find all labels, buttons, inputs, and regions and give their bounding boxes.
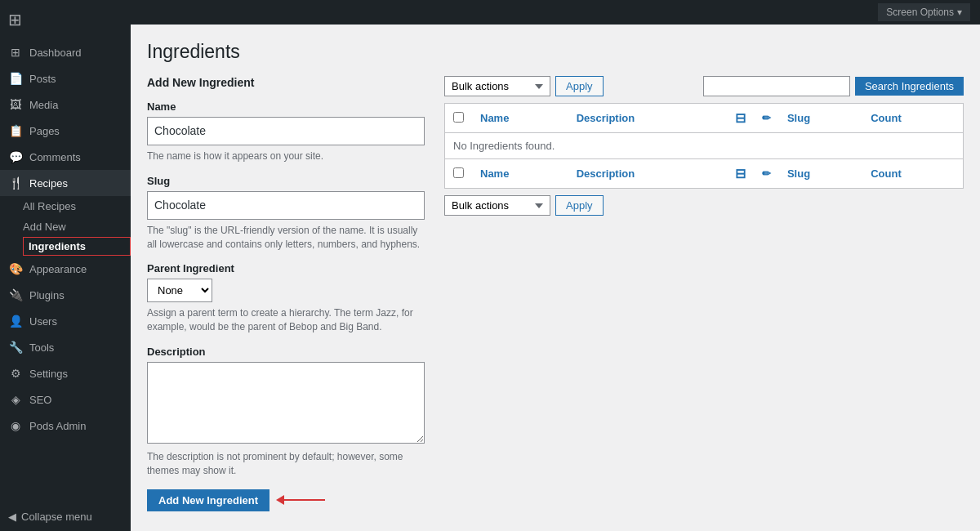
tf-count[interactable]: Count bbox=[862, 159, 963, 189]
sidebar-item-tools[interactable]: 🔧 Tools bbox=[0, 334, 131, 360]
tf-pen: ✏ bbox=[754, 159, 779, 189]
search-ingredients-input[interactable] bbox=[703, 76, 850, 96]
apply-button-top[interactable]: Apply bbox=[555, 76, 604, 96]
sidebar-item-dashboard[interactable]: ⊞ Dashboard bbox=[0, 39, 131, 65]
parent-label: Parent Ingredient bbox=[147, 262, 425, 274]
th-name[interactable]: Name bbox=[472, 104, 568, 133]
users-icon: 👤 bbox=[8, 315, 23, 328]
table-top-toolbar: Bulk actions Apply Search Ingredients bbox=[444, 76, 964, 96]
add-new-ingredient-button[interactable]: Add New Ingredient bbox=[147, 489, 270, 511]
slug-hint: The "slug" is the URL-friendly version o… bbox=[147, 224, 425, 252]
arrow-line bbox=[284, 499, 325, 501]
submit-area: Add New Ingredient bbox=[147, 489, 425, 511]
page-title: Ingredients bbox=[147, 41, 964, 63]
no-results-row: No Ingredients found. bbox=[445, 133, 964, 159]
tf-name-label: Name bbox=[480, 167, 509, 180]
page-content: Ingredients Add New Ingredient Name The … bbox=[131, 25, 980, 531]
bulk-actions-select-bottom[interactable]: Bulk actions bbox=[444, 195, 550, 216]
chevron-down-icon: ▾ bbox=[957, 7, 962, 18]
form-section-title: Add New Ingredient bbox=[147, 76, 425, 89]
recipes-icon: 🍴 bbox=[8, 176, 23, 190]
sidebar-item-label: Appearance bbox=[29, 263, 87, 275]
sidebar: ⊞ ⊞ Dashboard 📄 Posts 🖼 Media 📋 Pages 💬 … bbox=[0, 0, 131, 531]
screen-options-label: Screen Options bbox=[886, 7, 954, 18]
screen-options-button[interactable]: Screen Options ▾ bbox=[878, 3, 970, 21]
name-input[interactable] bbox=[147, 117, 425, 145]
sidebar-item-posts[interactable]: 📄 Posts bbox=[0, 65, 131, 91]
select-all-checkbox-top[interactable] bbox=[453, 112, 464, 123]
sidebar-item-label: Dashboard bbox=[29, 47, 82, 59]
table-panel: Bulk actions Apply Search Ingredients bbox=[444, 76, 964, 216]
sidebar-item-label: SEO bbox=[29, 394, 51, 406]
sidebar-item-label: Media bbox=[29, 99, 58, 111]
top-bulk-area: Bulk actions Apply bbox=[444, 76, 604, 96]
sidebar-item-label: Posts bbox=[29, 73, 56, 85]
th-pen: ✏ bbox=[754, 104, 779, 133]
collapse-menu-button[interactable]: ◀ Collapse menu bbox=[0, 502, 131, 531]
description-field-group: Description The description is not promi… bbox=[147, 346, 425, 478]
description-textarea[interactable] bbox=[147, 362, 425, 444]
parent-select[interactable]: None bbox=[147, 279, 212, 302]
pages-icon: 📋 bbox=[8, 124, 23, 137]
tools-icon: 🔧 bbox=[8, 341, 23, 354]
tf-slug-label: Slug bbox=[787, 167, 810, 180]
wp-logo-icon: ⊞ bbox=[8, 10, 22, 29]
sidebar-item-media[interactable]: 🖼 Media bbox=[0, 91, 131, 118]
topbar: Screen Options ▾ bbox=[131, 0, 980, 25]
tfoot-pen-icon: ✏ bbox=[762, 167, 771, 180]
sidebar-brand: ⊞ bbox=[0, 0, 131, 39]
parent-hint: Assign a parent term to create a hierarc… bbox=[147, 306, 425, 334]
bulk-actions-select-top[interactable]: Bulk actions bbox=[444, 76, 550, 96]
table-header-row: Name Description ⊟ ✏ bbox=[445, 104, 964, 133]
th-description-label: Description bbox=[577, 112, 635, 124]
slug-label: Slug bbox=[147, 175, 425, 187]
th-name-label: Name bbox=[480, 112, 509, 124]
table-body: No Ingredients found. bbox=[445, 133, 964, 159]
sidebar-item-plugins[interactable]: 🔌 Plugins bbox=[0, 282, 131, 308]
slug-field-group: Slug The "slug" is the URL-friendly vers… bbox=[147, 175, 425, 252]
media-icon: 🖼 bbox=[8, 98, 23, 111]
th-slug[interactable]: Slug bbox=[779, 104, 862, 133]
no-results-cell: No Ingredients found. bbox=[445, 133, 964, 159]
sidebar-sub-item-all-recipes[interactable]: All Recipes bbox=[23, 196, 131, 216]
table-footer-row: Name Description ⊟ ✏ bbox=[445, 159, 964, 189]
sidebar-item-appearance[interactable]: 🎨 Appearance bbox=[0, 256, 131, 282]
collapse-label: Collapse menu bbox=[21, 511, 92, 523]
sidebar-item-recipes[interactable]: 🍴 Recipes bbox=[0, 170, 131, 196]
sidebar-item-pages[interactable]: 📋 Pages bbox=[0, 118, 131, 144]
slug-input[interactable] bbox=[147, 191, 425, 220]
posts-icon: 📄 bbox=[8, 72, 23, 85]
sidebar-item-users[interactable]: 👤 Users bbox=[0, 308, 131, 334]
th-count[interactable]: Count bbox=[862, 104, 963, 133]
sidebar-sub-item-add-new[interactable]: Add New bbox=[23, 216, 131, 237]
sidebar-sub-item-ingredients[interactable]: Ingredients bbox=[23, 237, 131, 256]
sidebar-item-comments[interactable]: 💬 Comments bbox=[0, 144, 131, 170]
sidebar-item-label: Plugins bbox=[29, 289, 65, 301]
tf-slug[interactable]: Slug bbox=[779, 159, 862, 189]
sidebar-item-pods-admin[interactable]: ◉ Pods Admin bbox=[0, 413, 131, 439]
ingredients-label: Ingredients bbox=[29, 240, 86, 252]
select-all-checkbox-bottom[interactable] bbox=[453, 167, 464, 178]
apply-button-bottom[interactable]: Apply bbox=[555, 195, 604, 216]
sidebar-item-label: Tools bbox=[29, 341, 54, 354]
th-slug-label: Slug bbox=[787, 112, 810, 124]
dashboard-icon: ⊞ bbox=[8, 46, 23, 59]
form-panel: Add New Ingredient Name The name is how … bbox=[147, 76, 425, 511]
pods-icon: ◉ bbox=[8, 419, 23, 432]
seo-icon: ◈ bbox=[8, 393, 23, 406]
sidebar-item-label: Pods Admin bbox=[29, 420, 86, 432]
comments-icon: 💬 bbox=[8, 150, 23, 163]
table-bottom-toolbar: Bulk actions Apply bbox=[444, 195, 964, 216]
column-icon1: ⊟ bbox=[735, 111, 746, 125]
description-hint: The description is not prominent by defa… bbox=[147, 450, 425, 478]
tf-icon1: ⊟ bbox=[727, 159, 754, 189]
main-area: Screen Options ▾ Ingredients Add New Ing… bbox=[131, 0, 980, 531]
sidebar-item-settings[interactable]: ⚙ Settings bbox=[0, 360, 131, 386]
sidebar-item-seo[interactable]: ◈ SEO bbox=[0, 386, 131, 413]
tf-name[interactable]: Name bbox=[472, 159, 568, 189]
th-description[interactable]: Description bbox=[568, 104, 727, 133]
sidebar-item-label: Comments bbox=[29, 151, 81, 163]
arrow-head-icon bbox=[276, 495, 284, 505]
tf-description[interactable]: Description bbox=[568, 159, 727, 189]
search-ingredients-button[interactable]: Search Ingredients bbox=[855, 77, 964, 96]
